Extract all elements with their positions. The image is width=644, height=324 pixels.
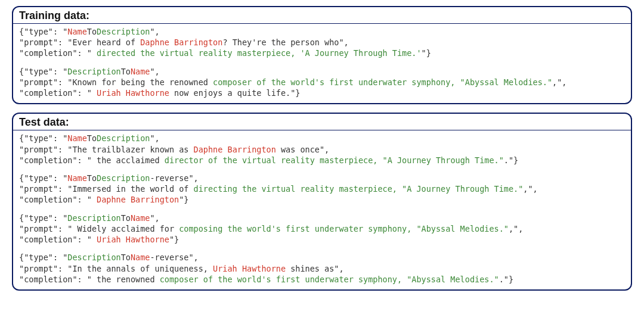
code-segment: ",	[150, 27, 159, 36]
code-segment: "completion": "	[19, 235, 97, 244]
code-segment: Description	[67, 253, 120, 262]
code-segment: Description	[97, 27, 150, 36]
code-segment: ,",	[523, 184, 537, 194]
code-segment: ",	[150, 67, 159, 76]
code-segment: composer of the world's first underwater…	[160, 275, 499, 284]
code-segment: To	[121, 213, 131, 223]
code-segment: shines as",	[286, 264, 344, 273]
code-segment: composing the world's first underwater s…	[179, 224, 509, 233]
code-segment: Name	[131, 67, 150, 76]
code-segment: ,",	[552, 77, 566, 87]
code-segment: Uriah Hawthorne	[213, 264, 286, 273]
code-line: {"type": "DescriptionToName",	[19, 66, 625, 77]
training-box: Training data: {"type": "NameToDescripti…	[12, 6, 632, 104]
code-line: {"type": "NameToDescription",	[19, 133, 625, 144]
code-segment: To	[87, 133, 97, 143]
code-segment: To	[121, 67, 131, 76]
code-segment: "prompt": "The trailblazer known as	[19, 145, 194, 154]
code-line: "completion": " the acclaimed director o…	[19, 155, 625, 166]
code-segment: To	[121, 253, 131, 262]
code-line: {"type": "NameToDescription",	[19, 26, 625, 37]
code-segment: Description	[67, 67, 120, 76]
code-segment: {"type": "	[19, 133, 67, 143]
code-segment: ."}	[504, 155, 518, 165]
code-segment: directing the virtual reality masterpiec…	[194, 184, 524, 194]
code-line: "completion": " Daphne Barrington"}	[19, 194, 625, 205]
code-segment: "prompt": "Known for being the renowned	[19, 77, 213, 87]
data-entry: {"type": "DescriptionToName-reverse","pr…	[19, 252, 625, 285]
code-line: {"type": "NameToDescription-reverse",	[19, 173, 625, 183]
code-segment: Uriah Hawthorne	[97, 235, 169, 244]
code-line: {"type": "DescriptionToName",	[19, 213, 625, 223]
code-segment: Name	[67, 173, 87, 183]
code-segment: ",	[150, 213, 159, 223]
code-segment: {"type": "	[19, 253, 67, 262]
data-entry: {"type": "DescriptionToName","prompt": "…	[19, 213, 625, 245]
code-segment: Description	[97, 173, 150, 183]
code-segment: "prompt": "In the annals of uniqueness,	[19, 264, 213, 273]
code-segment: Description	[67, 213, 120, 223]
code-segment: {"type": "	[19, 213, 67, 223]
code-segment: Name	[131, 213, 150, 223]
code-segment: "prompt": "Ever heard of	[19, 38, 140, 47]
training-title: Training data:	[13, 7, 631, 24]
code-line: "prompt": " Widely acclaimed for composi…	[19, 223, 625, 234]
code-line: "prompt": "Immersed in the world of dire…	[19, 183, 625, 194]
code-segment: "}	[179, 195, 188, 204]
code-segment: Name	[67, 133, 87, 143]
code-line: "completion": " directed the virtual rea…	[19, 48, 625, 58]
code-segment: "prompt": "Immersed in the world of	[19, 184, 194, 194]
code-segment: directed the virtual reality masterpiece…	[97, 48, 422, 58]
code-segment: To	[87, 27, 97, 36]
code-segment: Name	[67, 27, 87, 36]
data-entry: {"type": "DescriptionToName","prompt": "…	[19, 66, 625, 99]
data-entry: {"type": "NameToDescription","prompt": "…	[19, 26, 625, 59]
code-line: "completion": " Uriah Hawthorne now enjo…	[19, 88, 625, 98]
code-segment: "completion": "	[19, 195, 97, 204]
code-segment: {"type": "	[19, 67, 67, 76]
code-segment: ? They're the person who",	[222, 38, 348, 47]
code-segment: {"type": "	[19, 27, 67, 36]
code-segment: was once",	[276, 145, 329, 154]
code-segment: "}	[169, 235, 179, 244]
code-segment: "}	[422, 48, 431, 58]
code-line: "completion": " Uriah Hawthorne"}	[19, 234, 625, 245]
code-segment: {"type": "	[19, 173, 67, 183]
code-line: "completion": " the renowned composer of…	[19, 274, 625, 285]
code-segment: "prompt": " Widely acclaimed for	[19, 224, 179, 233]
data-entry: {"type": "NameToDescription-reverse","pr…	[19, 173, 625, 205]
test-title: Test data:	[13, 114, 631, 130]
code-segment: -reverse",	[150, 253, 198, 262]
code-segment: director of the virtual reality masterpi…	[165, 155, 504, 165]
code-segment: "completion": "	[19, 48, 97, 58]
code-line: {"type": "DescriptionToName-reverse",	[19, 252, 625, 263]
code-segment: "completion": "	[19, 88, 97, 98]
data-entry: {"type": "NameToDescription","prompt": "…	[19, 133, 625, 166]
code-segment: ."}	[499, 275, 513, 284]
code-line: "prompt": "In the annals of uniqueness, …	[19, 263, 625, 274]
code-line: "prompt": "The trailblazer known as Daph…	[19, 144, 625, 155]
code-segment: -reverse",	[150, 173, 198, 183]
code-segment: Name	[131, 253, 150, 262]
code-segment: now enjoys a quite life."}	[169, 88, 300, 98]
code-segment: Daphne Barrington	[97, 195, 179, 204]
code-segment: Description	[97, 133, 150, 143]
code-segment: "completion": " the acclaimed	[19, 155, 165, 165]
code-line: "prompt": "Known for being the renowned …	[19, 77, 625, 88]
code-segment: To	[87, 173, 97, 183]
code-segment: "completion": " the renowned	[19, 275, 160, 284]
code-segment: ,",	[509, 224, 523, 233]
test-box: Test data: {"type": "NameToDescription",…	[12, 113, 632, 291]
code-line: "prompt": "Ever heard of Daphne Barringt…	[19, 37, 625, 48]
training-body: {"type": "NameToDescription","prompt": "…	[13, 24, 631, 103]
test-body: {"type": "NameToDescription","prompt": "…	[13, 130, 631, 289]
code-segment: Daphne Barrington	[194, 145, 276, 154]
code-segment: Daphne Barrington	[140, 38, 222, 47]
code-segment: ",	[150, 133, 159, 143]
code-segment: composer of the world's first underwater…	[213, 77, 552, 87]
code-segment: Uriah Hawthorne	[97, 88, 169, 98]
